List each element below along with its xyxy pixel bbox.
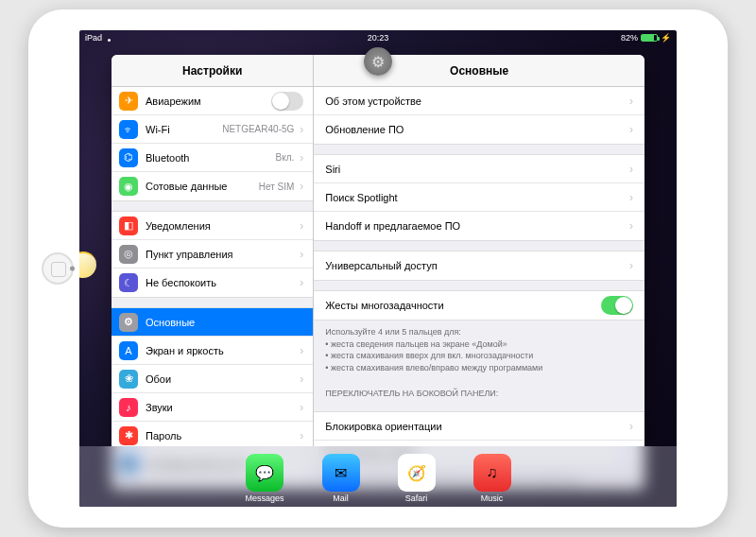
home-button[interactable]: [42, 252, 74, 285]
sidebar-value: NETGEAR40-5G: [222, 124, 294, 134]
chevron-icon: ›: [629, 163, 633, 176]
chevron-icon: ›: [300, 429, 303, 442]
chevron-icon: ›: [300, 401, 303, 414]
sidebar-label: Обои: [146, 373, 294, 385]
safari-icon: 🧭: [398, 454, 436, 492]
sidebar-icon: ✱: [119, 426, 138, 445]
detail-pane[interactable]: Об этом устройстве›Обновление ПО›Siri›По…: [314, 87, 644, 490]
detail-row-Универсальный доступ[interactable]: Универсальный доступ›: [314, 251, 644, 280]
screen: iPad 20:23 82% ⚡ ⚙ Настройки Основные ✈А…: [79, 30, 677, 507]
chevron-icon: ›: [629, 95, 633, 108]
dock-music[interactable]: ♫ Music: [473, 454, 511, 503]
sidebar-item-Wi-Fi[interactable]: ᯤWi-FiNETGEAR40-5G›: [112, 115, 313, 144]
detail-row-Siri[interactable]: Siri›: [314, 155, 644, 183]
chevron-icon: ›: [629, 259, 633, 272]
dock-messages[interactable]: 💬 Messages: [245, 454, 284, 503]
sidebar-item-Сотовые данные[interactable]: ◉Сотовые данныеНет SIM›: [112, 172, 313, 200]
toggle[interactable]: [601, 296, 633, 315]
sidebar-icon: ⚙: [119, 313, 138, 332]
sidebar[interactable]: ✈АвиарежимᯤWi-FiNETGEAR40-5G›⌬BluetoothВ…: [112, 87, 314, 490]
sidebar-item-Обои[interactable]: ❀Обои›: [112, 365, 313, 393]
battery-icon: [641, 34, 658, 42]
sidebar-icon: ☾: [119, 273, 138, 292]
sidebar-label: Звуки: [146, 402, 294, 413]
sidebar-label: Экран и яркость: [146, 345, 294, 356]
sidebar-label: Wi-Fi: [146, 124, 218, 135]
chevron-icon: ›: [300, 219, 303, 233]
chevron-icon: ›: [300, 151, 303, 165]
sidebar-value: Нет SIM: [259, 182, 295, 192]
detail-row-Поиск Spotlight[interactable]: Поиск Spotlight›: [314, 183, 644, 212]
sidebar-label: Сотовые данные: [146, 181, 255, 192]
sidebar-item-Авиарежим[interactable]: ✈Авиарежим: [112, 87, 313, 115]
mail-icon: ✉: [322, 454, 360, 492]
detail-row-Блокировка ориентации[interactable]: Блокировка ориентации›: [314, 412, 644, 441]
chevron-icon: ›: [629, 191, 633, 204]
battery-pct: 82%: [621, 33, 638, 43]
sidebar-label: Пароль: [146, 430, 294, 442]
sidebar-icon: ◉: [119, 177, 138, 196]
sidebar-icon: ᯤ: [119, 120, 138, 139]
sidebar-label: Основные: [146, 317, 303, 328]
sidebar-icon: ❀: [119, 370, 138, 389]
detail-row-Жесты многозадачности[interactable]: Жесты многозадачности: [314, 291, 644, 320]
sidebar-value: Вкл.: [276, 152, 295, 163]
chevron-icon: ›: [300, 248, 303, 261]
sidebar-icon: ◧: [119, 217, 138, 235]
status-bar: iPad 20:23 82% ⚡: [79, 30, 677, 45]
wifi-icon: [105, 34, 114, 42]
section-label: ПЕРЕКЛЮЧАТЕЛЬ НА БОКОВОЙ ПАНЕЛИ:: [314, 379, 644, 402]
chevron-icon: ›: [300, 276, 303, 289]
detail-row-Обновление ПО[interactable]: Обновление ПО›: [314, 115, 644, 144]
notes-icon[interactable]: [79, 251, 96, 278]
header-left: Настройки: [112, 55, 314, 86]
sidebar-label: Уведомления: [146, 220, 294, 232]
dock-mail[interactable]: ✉ Mail: [322, 454, 360, 503]
dock-safari[interactable]: 🧭 Safari: [398, 454, 436, 503]
dock: 💬 Messages ✉ Mail 🧭 Safari ♫ Music: [79, 446, 677, 507]
camera-dot: [70, 267, 75, 271]
sidebar-item-Уведомления[interactable]: ◧Уведомления›: [112, 212, 313, 240]
sidebar-icon: ✈: [119, 92, 138, 111]
sidebar-icon: ◎: [119, 245, 138, 264]
sidebar-label: Авиарежим: [146, 95, 271, 107]
detail-row-Об этом устройстве[interactable]: Об этом устройстве›: [314, 87, 644, 115]
toggle[interactable]: [271, 92, 303, 111]
sidebar-item-Не беспокоить[interactable]: ☾Не беспокоить›: [112, 268, 313, 297]
sidebar-label: Bluetooth: [146, 152, 272, 164]
chevron-icon: ›: [300, 123, 303, 136]
sidebar-icon: ♪: [119, 398, 138, 417]
sidebar-item-Основные[interactable]: ⚙Основные: [112, 308, 313, 337]
clock: 20:23: [368, 33, 389, 43]
chevron-icon: ›: [300, 180, 303, 193]
chevron-icon: ›: [300, 344, 303, 357]
detail-row-Handoff и предлагаемое ПО[interactable]: Handoff и предлагаемое ПО›: [314, 212, 644, 240]
sidebar-item-Bluetooth[interactable]: ⌬BluetoothВкл.›: [112, 144, 313, 172]
sidebar-label: Пункт управления: [146, 249, 294, 260]
chevron-icon: ›: [629, 420, 633, 433]
sidebar-item-Пункт управления[interactable]: ◎Пункт управления›: [112, 240, 313, 268]
charging-icon: ⚡: [661, 33, 671, 43]
hint-text: Используйте 4 или 5 пальцев для:• жеста …: [314, 320, 644, 379]
device-label: iPad: [85, 33, 102, 43]
sidebar-label: Не беспокоить: [146, 277, 294, 288]
chevron-icon: ›: [629, 123, 633, 136]
settings-app-icon: ⚙: [364, 47, 392, 76]
sidebar-icon: ⌬: [119, 148, 138, 167]
ipad-frame: iPad 20:23 82% ⚡ ⚙ Настройки Основные ✈А…: [28, 9, 728, 528]
sidebar-item-Экран и яркость[interactable]: AЭкран и яркость›: [112, 337, 313, 365]
chevron-icon: ›: [629, 219, 633, 233]
settings-window: Настройки Основные ✈АвиарежимᯤWi-FiNETGE…: [112, 55, 644, 490]
sidebar-item-Звуки[interactable]: ♪Звуки›: [112, 393, 313, 422]
music-icon: ♫: [473, 454, 511, 492]
messages-icon: 💬: [246, 454, 284, 492]
sidebar-icon: A: [119, 341, 138, 360]
chevron-icon: ›: [300, 372, 303, 386]
